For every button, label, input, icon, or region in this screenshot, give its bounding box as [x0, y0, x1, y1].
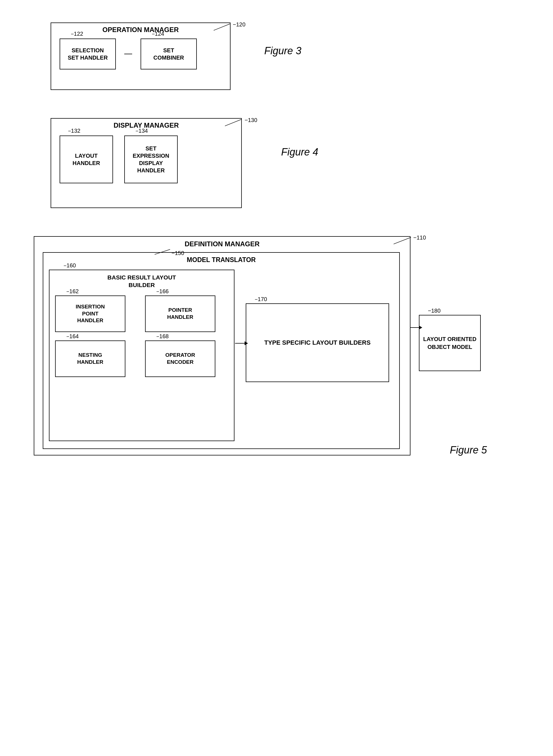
fig5-inner-grid: −162 INSERTIONPOINTHANDLER −166: [55, 296, 227, 377]
ref-110: −110: [413, 235, 426, 241]
fig5-tslb-box: −170 TYPE SPECIFIC LAYOUT BUILDERS: [246, 303, 389, 382]
fig5-def-outer: DEFINITION MANAGER MODEL TRANSLATOR −160…: [34, 236, 410, 455]
fig3-box2: SETCOMBINER: [141, 38, 197, 70]
fig3-diagram: OPERATION MANAGER −122 SELECTIONSET HAND…: [51, 22, 247, 96]
fig5-def-title: DEFINITION MANAGER: [34, 240, 410, 248]
fig4-box2-text: SETEXPRESSIONDISPLAYHANDLER: [133, 145, 169, 174]
fig5-box168-wrapper: −168 OPERATORENCODER: [145, 340, 227, 377]
ref-122: −122: [71, 31, 83, 37]
fig5-loom-box: −180 LAYOUT ORIENTED OBJECT MODEL: [419, 315, 481, 371]
fig5-arrow: [235, 341, 248, 345]
ref-164: −164: [66, 333, 79, 340]
fig5-box168-text: OPERATORENCODER: [165, 352, 195, 365]
fig5-box162-text: INSERTIONPOINTHANDLER: [76, 303, 104, 324]
fig5-box162: INSERTIONPOINTHANDLER: [55, 296, 126, 332]
fig5-box166: POINTERHANDLER: [145, 296, 215, 332]
fig5-model-box: MODEL TRANSLATOR −160 BASIC RESULT LAYOU…: [43, 252, 400, 449]
fig3-outer-box: OPERATION MANAGER −122 SELECTIONSET HAND…: [51, 22, 231, 90]
ref-160: −160: [64, 262, 76, 269]
fig5-box164-wrapper: −164 NESTINGHANDLER: [55, 340, 137, 377]
fig3-label: Figure 3: [264, 45, 301, 57]
fig5-arrow2: [410, 326, 422, 330]
fig4-diagram: DISPLAY MANAGER −132 LAYOUTHANDLER −134: [51, 118, 264, 214]
fig5-brlb-title: BASIC RESULT LAYOUTBUILDER: [50, 273, 234, 289]
fig5-brlb-box: −160 BASIC RESULT LAYOUTBUILDER −162: [49, 270, 234, 441]
fig4-box2: SETEXPRESSIONDISPLAYHANDLER: [124, 136, 178, 183]
ref-132: −132: [68, 128, 80, 134]
ref-130: −130: [245, 117, 257, 123]
ref-162: −162: [66, 288, 79, 295]
fig4-outer-box: DISPLAY MANAGER −132 LAYOUTHANDLER −134: [51, 118, 242, 208]
fig5-model-title: MODEL TRANSLATOR: [43, 256, 399, 264]
ref-166: −166: [156, 288, 169, 295]
fig5-tslb-text: TYPE SPECIFIC LAYOUT BUILDERS: [264, 338, 371, 347]
fig5-box164: NESTINGHANDLER: [55, 340, 126, 377]
ref-168: −168: [156, 333, 169, 340]
ref-134: −134: [136, 128, 148, 134]
page-container: OPERATION MANAGER −122 SELECTIONSET HAND…: [17, 11, 536, 461]
ref-120: −120: [233, 21, 245, 28]
figure5-row: DEFINITION MANAGER MODEL TRANSLATOR −160…: [34, 236, 427, 461]
fig5-box166-text: POINTERHANDLER: [167, 307, 193, 321]
fig5-box168: OPERATORENCODER: [145, 340, 215, 377]
fig5-box164-text: NESTINGHANDLER: [77, 352, 103, 365]
ref-150: −150: [171, 250, 184, 256]
fig5-loom-text: LAYOUT ORIENTED OBJECT MODEL: [419, 335, 480, 351]
fig5-label: Figure 5: [450, 444, 487, 456]
fig3-box1: SELECTIONSET HANDLER: [60, 38, 116, 70]
figure3-row: OPERATION MANAGER −122 SELECTIONSET HAND…: [51, 22, 301, 96]
fig3-box2-text: SETCOMBINER: [154, 47, 184, 61]
fig4-box1: LAYOUTHANDLER: [60, 136, 113, 183]
fig5-diagram-wrapper: DEFINITION MANAGER MODEL TRANSLATOR −160…: [34, 236, 427, 461]
figure4-row: DISPLAY MANAGER −132 LAYOUTHANDLER −134: [51, 118, 318, 214]
fig3-box1-text: SELECTIONSET HANDLER: [68, 47, 108, 61]
fig4-inner-boxes: −132 LAYOUTHANDLER −134 SETEXPRESSIONDIS…: [60, 136, 178, 183]
fig4-label: Figure 4: [281, 146, 318, 158]
fig4-box1-text: LAYOUTHANDLER: [73, 152, 100, 167]
fig3-inner-boxes: −122 SELECTIONSET HANDLER −124: [60, 38, 197, 70]
ref-180: −180: [428, 308, 441, 314]
fig5-box166-wrapper: −166 POINTERHANDLER: [145, 296, 227, 332]
fig5-box162-wrapper: −162 INSERTIONPOINTHANDLER: [55, 296, 137, 332]
ref-170: −170: [255, 296, 267, 303]
ref-124: −124: [152, 31, 164, 37]
